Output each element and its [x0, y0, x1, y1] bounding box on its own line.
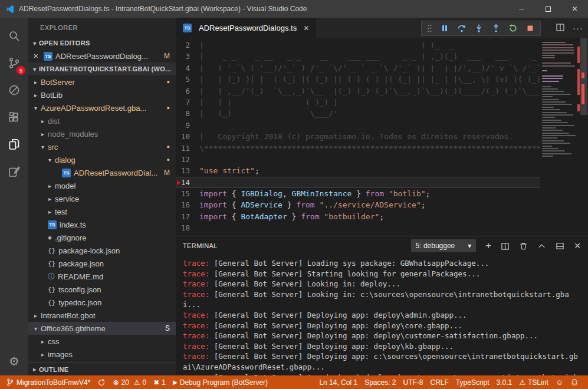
tree-item-typedoc-json[interactable]: {}typedoc.json: [28, 296, 176, 309]
code-line-4[interactable]: 4| ( '_`\ ( '__)/'_` ) /'_ `\/' _ ` _ `\…: [176, 62, 540, 74]
tree-item-gitignore[interactable]: ◆.gitignore: [28, 231, 176, 244]
tree-item-label: test: [55, 207, 176, 216]
code-line-11[interactable]: 11\*************************************…: [176, 143, 540, 154]
tree-item-package-lock-json[interactable]: {}package-lock.json: [28, 244, 176, 257]
code-line-10[interactable]: 10| Copyright 2018 (c) pragmatismo.io. T…: [176, 131, 540, 142]
stop-icon[interactable]: [525, 24, 535, 33]
split-terminal-icon[interactable]: [501, 242, 510, 250]
overview-ruler-mark: [582, 72, 584, 78]
minimize-button[interactable]: ─: [508, 0, 535, 18]
code-line-14[interactable]: 14: [176, 177, 540, 188]
terminal-line-text: [General Bot Server] Deploying app: depl…: [209, 311, 467, 319]
code-line-12[interactable]: 12: [176, 154, 540, 165]
code-line-8[interactable]: 8| (_) \___/': [176, 108, 540, 119]
problems-item[interactable]: ⊗ 20 ⚠ 0: [109, 375, 150, 389]
search-icon[interactable]: [0, 22, 28, 50]
tree-item-label: ADResetPasswordDial...: [74, 169, 160, 177]
tree-item-node-modules[interactable]: ▸node_modules: [28, 127, 176, 140]
tree-item-readme-md[interactable]: ⓘREADME.md: [28, 270, 176, 283]
code-line-9[interactable]: 9: [176, 120, 540, 131]
tree-item-dist[interactable]: ▸dist: [28, 114, 176, 127]
terminal-output[interactable]: trace: [General Bot Server] Loading sys …: [176, 255, 588, 375]
typescript-file-icon: TS: [183, 24, 192, 32]
more-actions-icon[interactable]: ···: [573, 23, 583, 33]
step-out-icon[interactable]: [491, 24, 501, 33]
tab-adresetpassworddialogs[interactable]: TS ADResetPasswordDialogs.ts ✕: [176, 18, 316, 38]
tree-item-tsconfig-json[interactable]: {}tsconfig.json: [28, 283, 176, 296]
code-line-2[interactable]: 2| ( )_ _: [176, 39, 540, 51]
code-line-3[interactable]: 3| _ _ _ __ _ _ __ ___ ___ _ _ | ,_)(_) …: [176, 51, 540, 62]
tree-item-botserver[interactable]: ▸BotServer●: [28, 75, 176, 88]
code-line-13[interactable]: 13"use strict";: [176, 165, 540, 176]
outline-section-header[interactable]: ▸ OUTLINE: [28, 362, 176, 375]
git-branch-item[interactable]: MigrationToBotFmwV4*: [2, 375, 94, 389]
trace-prefix: trace:: [183, 321, 209, 330]
line-number: 17: [176, 211, 199, 222]
restart-icon[interactable]: [508, 24, 518, 33]
close-editor-icon[interactable]: ✕: [33, 52, 41, 60]
maximize-button[interactable]: [535, 0, 561, 18]
tslint-item[interactable]: ⚠ TSLint: [515, 375, 551, 389]
close-panel-icon[interactable]: ✕: [574, 241, 581, 250]
minimap[interactable]: [540, 38, 580, 236]
toggle-panel-icon[interactable]: [556, 242, 564, 250]
code-line-18[interactable]: 18: [176, 222, 540, 233]
open-editor-item[interactable]: ✕ TS ADResetPasswordDialog... M: [28, 50, 176, 62]
tree-item-css[interactable]: ▸css: [28, 335, 176, 348]
sync-icon[interactable]: [94, 375, 109, 389]
drag-grip-icon[interactable]: [427, 24, 432, 33]
split-editor-icon[interactable]: [556, 22, 565, 34]
gear-icon[interactable]: ⚙: [9, 354, 19, 368]
tree-item-package-json[interactable]: {}package.json: [28, 257, 176, 270]
tree-item-test[interactable]: ▸test: [28, 205, 176, 218]
code-line-5[interactable]: 5| | (_) )| | ( (_| |( (_) || ( ) ( ) |(…: [176, 74, 540, 85]
code-line-17[interactable]: 17import { BotAdapter } from "botbuilder…: [176, 211, 540, 222]
extra-count-item[interactable]: ✖ 1: [150, 375, 169, 389]
close-tab-icon[interactable]: ✕: [303, 24, 309, 32]
tree-item-model[interactable]: ▸model: [28, 179, 176, 192]
language-mode[interactable]: TypeScript: [452, 375, 493, 389]
code-text: | | ,__/'(_) `\__,_)`\__ |(_) (_) (_)`\_…: [199, 85, 540, 97]
notifications-bell-icon[interactable]: [567, 375, 582, 389]
maximize-panel-chevron-icon[interactable]: [537, 242, 546, 250]
close-button[interactable]: ✕: [561, 0, 588, 18]
tree-item-src[interactable]: ▾src●: [28, 140, 176, 153]
tree-item-office365-gbtheme[interactable]: ▾Office365.gbthemeS: [28, 322, 176, 335]
edit-pencil-icon[interactable]: [0, 158, 28, 185]
tree-item-azureadpasswordreset-gba[interactable]: ▾AzureADPasswordReset.gba...●: [28, 101, 176, 114]
circle-slash-icon[interactable]: [0, 77, 28, 104]
tree-item-index-ts[interactable]: TSindex.ts: [28, 218, 176, 231]
open-editors-header[interactable]: ▾ OPEN EDITORS: [28, 37, 176, 50]
tree-item-adresetpassworddial[interactable]: TSADResetPasswordDial...M: [28, 166, 176, 179]
code-line-7[interactable]: 7| | | ( )_) |: [176, 97, 540, 108]
pause-icon[interactable]: [440, 24, 449, 33]
explorer-files-icon[interactable]: [0, 131, 28, 158]
tree-item-botlib[interactable]: ▸BotLib: [28, 88, 176, 101]
eol-sequence[interactable]: CRLF: [427, 375, 452, 389]
kill-terminal-trash-icon[interactable]: [519, 242, 528, 250]
feedback-smiley-icon[interactable]: ☺: [552, 375, 567, 389]
tree-item-dialog[interactable]: ▾dialog●: [28, 153, 176, 166]
new-terminal-icon[interactable]: +: [485, 240, 491, 252]
tree-item-images[interactable]: ▸images: [28, 348, 176, 361]
step-over-icon[interactable]: [457, 24, 467, 33]
editor-scrollbar[interactable]: [580, 38, 588, 236]
code-line-6[interactable]: 6| | ,__/'(_) `\__,_)`\__ |(_) (_) (_)`\…: [176, 85, 540, 97]
cursor-position[interactable]: Ln 14, Col 1: [316, 375, 361, 389]
terminal-tab[interactable]: TERMINAL: [183, 242, 218, 249]
workspace-section-header[interactable]: ▾ INTRANETBOTQUICKSTART.GBAI (WO...: [28, 62, 176, 75]
debug-program-item[interactable]: ▶ Debug Program (BotServer): [169, 375, 271, 389]
source-control-icon[interactable]: 5: [0, 50, 28, 77]
step-into-icon[interactable]: [474, 24, 484, 33]
ts-version[interactable]: 3.0.1: [493, 375, 516, 389]
tree-item-intranetbot-gbot[interactable]: ▸IntranetBot.gbot: [28, 309, 176, 322]
terminal-select[interactable]: 5: debuggee ▾: [411, 239, 477, 252]
line-number: 13: [176, 165, 199, 176]
encoding[interactable]: UTF-8: [400, 375, 427, 389]
tree-item-label: BotServer: [41, 78, 163, 87]
tree-item-service[interactable]: ▸service: [28, 192, 176, 205]
code-line-15[interactable]: 15import { IGBDialog, GBMinInstance } fr…: [176, 188, 540, 199]
code-line-16[interactable]: 16import { ADService } from "../service/…: [176, 199, 540, 210]
indentation[interactable]: Spaces: 2: [361, 375, 399, 389]
extensions-icon[interactable]: [0, 104, 28, 131]
